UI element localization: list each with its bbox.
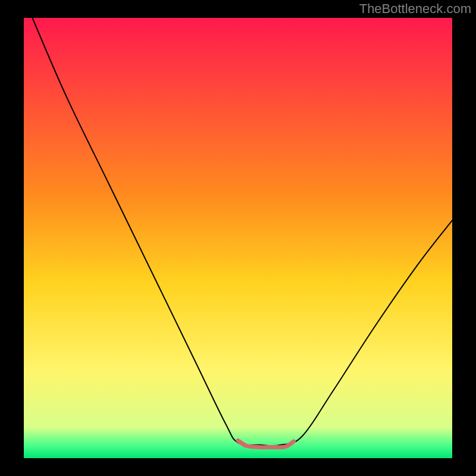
gradient-background	[24, 18, 452, 458]
chart-container: TheBottleneck.com	[0, 0, 476, 476]
watermark-text: TheBottleneck.com	[359, 1, 471, 17]
chart-svg	[24, 18, 452, 458]
plot-area	[24, 18, 452, 458]
